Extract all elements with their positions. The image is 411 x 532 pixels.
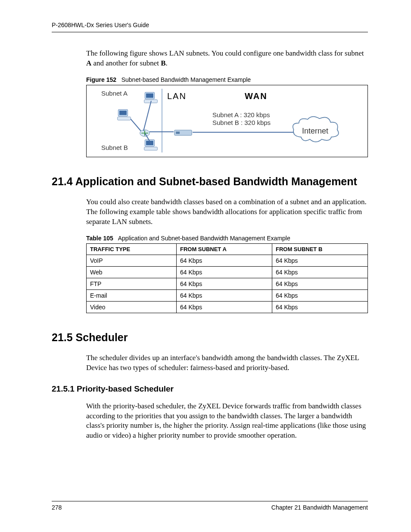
table-label: Table 105 — [86, 235, 113, 242]
modem-icon — [174, 129, 193, 137]
th-traffic-type: TRAFFIC TYPE — [87, 243, 177, 255]
table-row: Web 64 Kbps 64 Kbps — [87, 266, 368, 278]
table-row: Video 64 Kbps 64 Kbps — [87, 301, 368, 313]
td: 64 Kbps — [272, 301, 367, 313]
table-row: E-mail 64 Kbps 64 Kbps — [87, 289, 368, 301]
label-internet: Internet — [302, 127, 328, 136]
th-from-subnet-a: FROM SUBNET A — [176, 243, 272, 255]
td: FTP — [87, 278, 177, 289]
td: 64 Kbps — [176, 266, 272, 278]
page-footer: 278 Chapter 21 Bandwidth Management — [52, 501, 368, 511]
svg-line-13 — [131, 119, 141, 131]
running-header: P-2608HWL-Dx Series User's Guide — [52, 22, 368, 32]
sec2151-block: With the priority-based scheduler, the Z… — [86, 401, 368, 441]
table-row: FTP 64 Kbps 64 Kbps — [87, 278, 368, 289]
td: 64 Kbps — [272, 255, 367, 266]
intro-paragraph: The following figure shows LAN subnets. … — [86, 49, 368, 68]
label-subnet-a: Subnet A — [101, 90, 128, 97]
table-105: TRAFFIC TYPE FROM SUBNET A FROM SUBNET B… — [86, 243, 368, 313]
text-bold: B — [161, 59, 165, 67]
figure-caption: Figure 152 Subnet-based Bandwidth Manage… — [86, 76, 368, 83]
connection-line — [193, 132, 305, 133]
sec214-block: You could also create bandwidth classes … — [86, 197, 368, 313]
sec214-paragraph: You could also create bandwidth classes … — [86, 197, 368, 227]
svg-rect-11 — [144, 147, 158, 150]
label-bw-a: Subnet A : 320 kbps — [212, 111, 270, 118]
svg-rect-8 — [176, 131, 180, 134]
text: and another for subnet — [91, 59, 161, 67]
td: Video — [87, 301, 177, 313]
sec215-paragraph: The scheduler divides up an interface's … — [86, 353, 368, 373]
th-from-subnet-b: FROM SUBNET B — [272, 243, 367, 255]
heading-21-4: 21.4 Application and Subnet-based Bandwi… — [52, 175, 368, 188]
heading-21-5: 21.5 Scheduler — [52, 331, 368, 344]
figure-label: Figure 152 — [86, 76, 116, 83]
td: 64 Kbps — [272, 289, 367, 301]
label-wan: WAN — [245, 91, 268, 101]
text: . — [166, 59, 168, 67]
svg-rect-4 — [119, 111, 127, 115]
figure-152: Subnet A LAN WAN — [86, 85, 368, 157]
td: 64 Kbps — [176, 289, 272, 301]
td: VoIP — [87, 255, 177, 266]
text: The following figure shows LAN subnets. … — [86, 49, 364, 57]
label-subnet-b: Subnet B — [101, 144, 128, 151]
td: 64 Kbps — [272, 278, 367, 289]
text-bold: A — [86, 59, 91, 67]
sec2151-paragraph: With the priority-based scheduler, the Z… — [86, 401, 368, 441]
sec215-block: The scheduler divides up an interface's … — [86, 353, 368, 373]
td: 64 Kbps — [272, 266, 367, 278]
page-number: 278 — [52, 504, 62, 511]
table-caption: Table 105 Application and Subnet-based B… — [86, 235, 368, 242]
td: 64 Kbps — [176, 278, 272, 289]
figure-diagram: Subnet A LAN WAN — [92, 89, 362, 153]
table-title: Application and Subnet-based Bandwidth M… — [118, 235, 290, 242]
lan-lines — [131, 97, 174, 145]
heading-21-5-1: 21.5.1 Priority-based Scheduler — [52, 384, 368, 394]
chapter-label: Chapter 21 Bandwidth Management — [271, 504, 368, 511]
td: Web — [87, 266, 177, 278]
label-bw-b: Subnet B : 320 kbps — [212, 119, 271, 126]
intro-block: The following figure shows LAN subnets. … — [86, 49, 368, 157]
td: 64 Kbps — [176, 301, 272, 313]
td: 64 Kbps — [176, 255, 272, 266]
svg-rect-5 — [118, 117, 131, 120]
pc-icon — [117, 109, 131, 121]
svg-line-12 — [143, 101, 151, 131]
td: E-mail — [87, 289, 177, 301]
figure-title: Subnet-based Bandwidth Management Exampl… — [121, 76, 251, 83]
table-header-row: TRAFFIC TYPE FROM SUBNET A FROM SUBNET B — [87, 243, 368, 255]
svg-line-14 — [145, 134, 151, 144]
table-row: VoIP 64 Kbps 64 Kbps — [87, 255, 368, 266]
page: P-2608HWL-Dx Series User's Guide The fol… — [0, 0, 411, 528]
